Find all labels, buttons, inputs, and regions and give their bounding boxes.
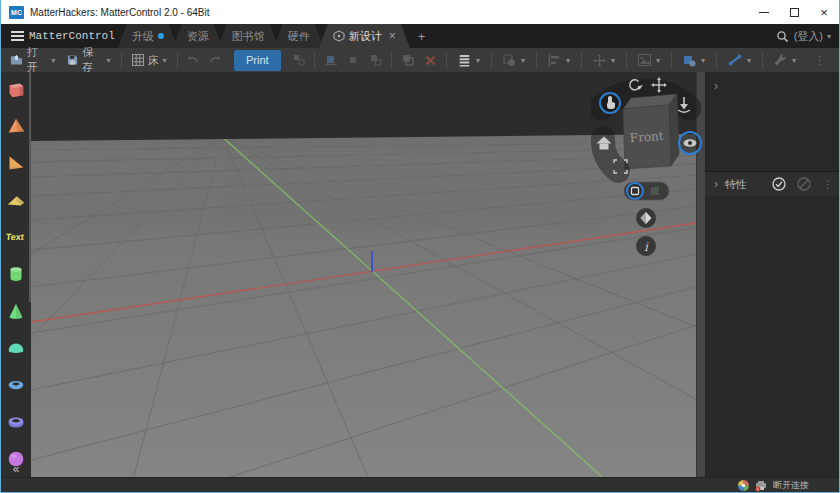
align-button[interactable] [366, 48, 387, 72]
info-button[interactable]: i [636, 236, 656, 256]
primitive-cone-button[interactable] [4, 299, 28, 323]
chevron-down-icon: ▾ [566, 56, 570, 65]
close-tab-button[interactable]: × [389, 29, 396, 43]
open-file-icon [10, 54, 23, 66]
primitive-cube-button[interactable] [4, 77, 28, 101]
tab-label: 硬件 [288, 29, 310, 44]
undo-button[interactable] [183, 48, 204, 72]
support-icon [348, 55, 358, 65]
tab-resources[interactable]: 资源 [173, 24, 223, 48]
perspective-toggle-button[interactable] [679, 132, 701, 154]
maximize-icon [790, 8, 799, 17]
image-menu-button[interactable]: ▾ [632, 48, 666, 72]
tab-hardware[interactable]: 硬件 [274, 24, 324, 48]
torus-shape-icon [5, 374, 27, 396]
primitive-text-button[interactable]: Text [4, 225, 28, 249]
chevron-down-icon: ▾ [611, 56, 615, 65]
status-bar: 断开连接 [1, 477, 839, 492]
chevron-down-icon: ▾ [107, 56, 111, 65]
close-button[interactable]: × [809, 0, 839, 24]
primitive-half-sphere-button[interactable] [4, 336, 28, 360]
title-bar: MC MatterHackers: MatterControl 2.0 - 64… [1, 0, 839, 24]
primitive-cylinder-button[interactable] [4, 262, 28, 286]
lay-flat-button[interactable] [320, 48, 341, 72]
align-icon [370, 54, 382, 66]
delete-button[interactable] [420, 48, 441, 72]
svg-text:Text: Text [5, 232, 24, 242]
primitive-wedge-button[interactable] [4, 151, 28, 175]
tools-menu-button[interactable]: ▾ [768, 48, 802, 72]
minimize-button[interactable] [749, 0, 779, 24]
chevron-down-icon: ▾ [163, 56, 167, 65]
touch-mode-button[interactable] [600, 93, 620, 113]
connection-status[interactable]: 断开连接 [773, 479, 809, 492]
properties-header: › 特性 ⋮ [705, 172, 839, 196]
tab-new-design[interactable]: 新设计 × [319, 24, 410, 48]
print-button[interactable]: Print [234, 50, 281, 71]
tab-label: 资源 [187, 29, 209, 44]
connect-menu-button[interactable]: ▾ [722, 48, 757, 72]
view-cube-front-label: Front [629, 129, 664, 145]
search-icon [776, 30, 789, 43]
delete-x-icon [425, 55, 436, 66]
new-tab-button[interactable]: + [410, 24, 434, 48]
wedge-shape-icon [5, 152, 27, 174]
app-logo-icon: MC [9, 6, 24, 19]
tab-label: 图书馆 [232, 29, 265, 44]
primitive-pyramid-button[interactable] [4, 114, 28, 138]
apply-check-button[interactable] [772, 177, 786, 191]
tab-label: 新设计 [349, 29, 382, 44]
sign-in-button[interactable]: (登入) ▾ [794, 24, 839, 48]
subtract-menu-button[interactable]: ▾ [497, 48, 531, 72]
duplicate-button[interactable] [397, 48, 418, 72]
make-support-button[interactable] [343, 48, 364, 72]
shade-mode-button[interactable] [636, 208, 656, 228]
save-icon [67, 54, 78, 66]
combine-menu-button[interactable]: ▾ [452, 48, 486, 72]
open-button[interactable]: 打开 ▾ [5, 48, 60, 72]
bed-grid-icon [132, 54, 144, 66]
wrench-icon [774, 54, 787, 67]
bed-menu-button[interactable]: 床 ▾ [127, 48, 172, 72]
properties-body [705, 196, 839, 477]
align-menu-button[interactable]: ▾ [542, 48, 576, 72]
chevron-down-icon: ▾ [701, 56, 705, 65]
cylinder-shape-icon [5, 263, 27, 285]
chevron-down-icon: ▾ [747, 56, 751, 65]
primitive-ring-button[interactable] [4, 410, 28, 434]
chevron-down-icon: ▾ [521, 56, 525, 65]
sync-colors-icon [738, 480, 749, 491]
view-cube[interactable]: Front [623, 94, 679, 169]
upgrade-badge-dot [158, 33, 164, 39]
design-cube-icon [333, 30, 345, 42]
link-icon [728, 54, 742, 66]
expand-chevron-icon[interactable]: › [714, 79, 718, 93]
window-title: MatterHackers: MatterControl 2.0 - 64Bit [30, 7, 210, 18]
tab-label: 升级 [132, 29, 154, 44]
tab-upgrade[interactable]: 升级 [118, 24, 178, 48]
search-button[interactable] [772, 24, 794, 48]
tab-bar: MatterControl 升级 资源 图书馆 硬件 新设计 × + (登入) … [1, 24, 839, 48]
toolbar-overflow-button[interactable]: ⋮ [804, 54, 835, 67]
primitive-torus-button[interactable] [4, 373, 28, 397]
properties-overflow-button[interactable]: ⋮ [822, 178, 833, 191]
tab-library[interactable]: 图书馆 [218, 24, 279, 48]
expand-chevron-icon[interactable]: › [714, 177, 718, 191]
maximize-button[interactable] [779, 0, 809, 24]
save-button[interactable]: 保存 ▾ [62, 48, 115, 72]
collapse-sidebar-button[interactable]: « [1, 462, 31, 476]
design-apps-icon [683, 54, 696, 67]
undo-icon [186, 55, 199, 66]
arrange-menu-button[interactable]: ▾ [587, 48, 621, 72]
chevron-down-icon: ▾ [827, 32, 831, 41]
group-icon [293, 54, 305, 66]
viewport-3d[interactable]: Front [31, 72, 696, 477]
group-button[interactable] [289, 48, 310, 72]
primitive-half-wedge-button[interactable] [4, 188, 28, 212]
main-menu-button[interactable] [1, 24, 27, 48]
design-apps-menu-button[interactable]: ▾ [677, 48, 711, 72]
cancel-slash-button[interactable] [797, 177, 811, 191]
subtract-icon [503, 54, 516, 67]
redo-button[interactable] [205, 48, 226, 72]
bed-visibility-toggle[interactable] [624, 182, 669, 200]
